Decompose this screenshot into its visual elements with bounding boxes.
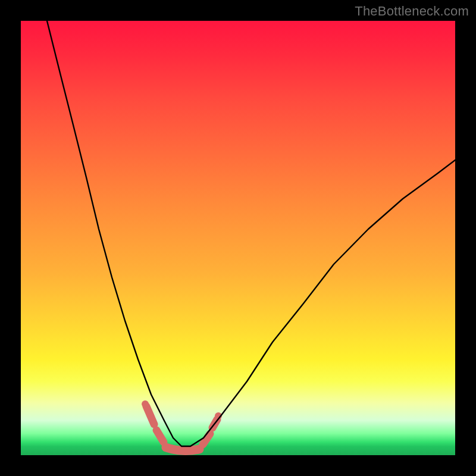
svg-point-0 bbox=[142, 400, 149, 408]
chart-frame: TheBottleneck.com bbox=[0, 0, 476, 476]
plot-area bbox=[21, 21, 455, 455]
marker-band bbox=[142, 400, 222, 450]
bottleneck-curve-path bbox=[47, 21, 455, 446]
watermark-text: TheBottleneck.com bbox=[355, 4, 469, 19]
bottleneck-curve-svg bbox=[21, 21, 455, 455]
